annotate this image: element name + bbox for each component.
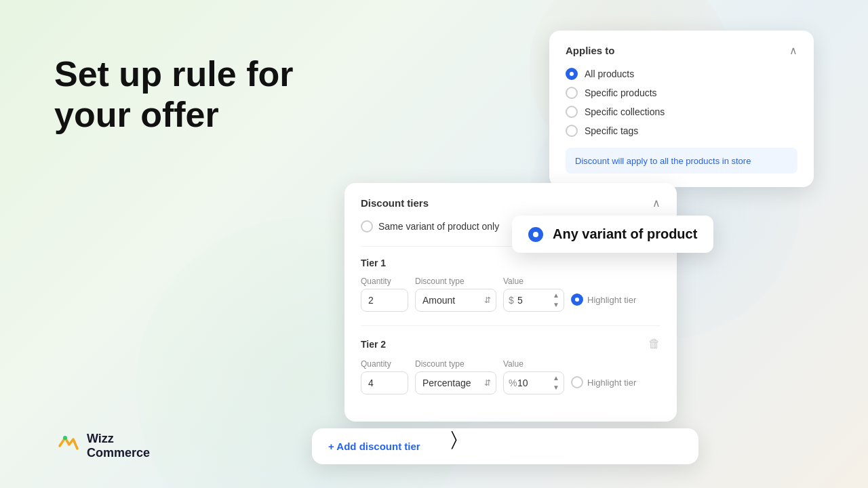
- tier-1-discount-type-label: Discount type: [415, 277, 496, 286]
- variant-same-option[interactable]: Same variant of product only: [361, 220, 499, 232]
- tier-2-value-prefix: %: [509, 378, 517, 388]
- tier-1-discount-type-select[interactable]: Amount Percentage: [415, 289, 496, 312]
- radio-all-products[interactable]: All products: [566, 68, 797, 80]
- logo-icon: [54, 432, 81, 460]
- chevron-up-icon-2[interactable]: ∧: [652, 197, 660, 209]
- tier-1-highlight-radio[interactable]: [571, 293, 583, 306]
- radio-specific-tags-indicator: [566, 125, 578, 137]
- radio-specific-tags-label: Specific tags: [585, 125, 638, 136]
- tier-1-row: Quantity Discount type Amount Percentage…: [361, 277, 660, 312]
- info-text: Discount will apply to all the products …: [575, 156, 751, 166]
- tier-2-quantity-input[interactable]: [361, 371, 408, 394]
- tier-2-highlight-radio[interactable]: [571, 376, 583, 388]
- radio-specific-products-indicator: [566, 87, 578, 99]
- tier-1-label: Tier 1: [361, 258, 660, 268]
- info-banner: Discount will apply to all the products …: [566, 148, 797, 174]
- tier-1-section: Tier 1 Quantity Discount type Amount Per…: [361, 258, 660, 312]
- any-variant-popup[interactable]: Any variant of product: [512, 216, 713, 253]
- tier-2-value-group: Value % ▲ ▼: [503, 359, 564, 394]
- tier-1-decrement[interactable]: ▼: [551, 301, 561, 309]
- tier-2-discount-type-label: Discount type: [415, 359, 496, 369]
- tier-2-quantity-label: Quantity: [361, 359, 408, 369]
- applies-to-options: All products Specific products Specific …: [566, 68, 797, 137]
- any-variant-radio: [528, 227, 543, 242]
- radio-specific-products-label: Specific products: [585, 87, 657, 98]
- radio-specific-products[interactable]: Specific products: [566, 87, 797, 99]
- radio-specific-tags[interactable]: Specific tags: [566, 125, 797, 137]
- hero-section: Set up rule for your offer: [54, 54, 293, 136]
- chevron-up-icon[interactable]: ∧: [789, 44, 797, 57]
- radio-specific-collections[interactable]: Specific collections: [566, 106, 797, 118]
- variant-same-label: Same variant of product only: [378, 221, 499, 232]
- applies-to-title: Applies to: [566, 45, 615, 56]
- tier-2-value-label: Value: [503, 359, 564, 369]
- tier-1-value-wrapper: $ ▲ ▼: [503, 289, 564, 312]
- svg-point-0: [63, 436, 67, 440]
- tier-1-quantity-label: Quantity: [361, 277, 408, 286]
- tier-1-quantity-group: Quantity: [361, 277, 408, 312]
- delete-tier-2-icon[interactable]: 🗑: [648, 337, 660, 351]
- applies-to-card: Applies to ∧ All products Specific produ…: [549, 30, 814, 187]
- tier-2-value-wrapper: % ▲ ▼: [503, 371, 564, 394]
- tier-1-highlight: Highlight tier: [571, 283, 636, 306]
- tier-2-decrement[interactable]: ▼: [551, 384, 561, 392]
- applies-to-header: Applies to ∧: [566, 44, 797, 57]
- any-variant-text: Any variant of product: [553, 226, 697, 242]
- radio-specific-collections-label: Specific collections: [585, 106, 665, 117]
- tier-2-discount-type-wrapper: Amount Percentage ⇵: [415, 371, 496, 394]
- tier-1-highlight-label: Highlight tier: [587, 295, 636, 305]
- tier-2-increment[interactable]: ▲: [551, 374, 561, 382]
- tier-1-value-label: Value: [503, 277, 564, 286]
- tier-2-quantity-group: Quantity: [361, 359, 408, 394]
- add-discount-tier-text: + Add discount tier: [328, 441, 420, 452]
- tier-2-label: Tier 2: [361, 339, 386, 350]
- tier-2-row: Quantity Discount type Amount Percentage…: [361, 359, 660, 394]
- tier-1-quantity-input[interactable]: [361, 289, 408, 312]
- radio-all-products-label: All products: [585, 68, 634, 79]
- tier-2-spinners: ▲ ▼: [551, 371, 561, 394]
- radio-specific-collections-indicator: [566, 106, 578, 118]
- tier-1-discount-type-wrapper: Amount Percentage ⇵: [415, 289, 496, 312]
- variant-same-indicator: [361, 220, 373, 232]
- tier-1-value-group: Value $ ▲ ▼: [503, 277, 564, 312]
- tier-2-highlight: Highlight tier: [571, 365, 636, 388]
- tier-2-highlight-label: Highlight tier: [587, 378, 636, 388]
- tier-1-discount-type-group: Discount type Amount Percentage ⇵: [415, 277, 496, 312]
- hero-title: Set up rule for your offer: [54, 54, 293, 136]
- discount-tiers-title: Discount tiers: [361, 197, 429, 209]
- tier-2-discount-type-group: Discount type Amount Percentage ⇵: [415, 359, 496, 394]
- tier-2-discount-type-select[interactable]: Amount Percentage: [415, 371, 496, 394]
- add-discount-tier-card[interactable]: + Add discount tier: [312, 428, 698, 464]
- tier-1-spinners: ▲ ▼: [551, 289, 561, 312]
- tier-1-increment[interactable]: ▲: [551, 291, 561, 300]
- logo: Wizz Commerce: [54, 432, 150, 461]
- radio-all-products-indicator: [566, 68, 578, 80]
- logo-text: Wizz Commerce: [87, 432, 150, 461]
- tier-2-section: Tier 2 🗑 Quantity Discount type Amount P…: [361, 337, 660, 394]
- tier-1-value-prefix: $: [509, 295, 514, 306]
- discount-tiers-header: Discount tiers ∧: [361, 197, 660, 209]
